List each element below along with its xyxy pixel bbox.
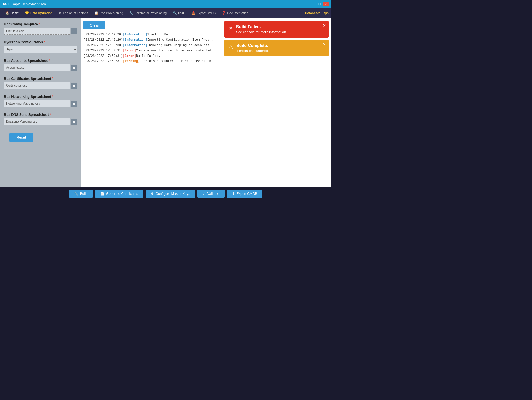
database-label: Database: xyxy=(305,11,320,15)
configure-keys-icon: ⚙ xyxy=(151,192,154,196)
export-icon: ⬇ xyxy=(232,192,235,196)
validate-icon: ✓ xyxy=(203,192,205,196)
field-dns-zone: Rps DNS Zone Spreadsheet * ✕ xyxy=(4,113,77,125)
clear-button[interactable]: Clear xyxy=(83,21,105,29)
baremetal-icon: 🔧 xyxy=(129,11,133,15)
warning-icon: ⚠ xyxy=(228,44,233,50)
nav-label-export-cmdb: Export CMDB xyxy=(197,11,216,15)
nav-label-home: Home xyxy=(10,11,19,15)
app-logo: RCT xyxy=(2,2,10,6)
close-notification-error[interactable]: ✕ xyxy=(323,23,326,28)
nav-item-legion-of-laptops[interactable]: 🖥 Legion of Laptops xyxy=(56,10,90,16)
close-notification-warning[interactable]: ✕ xyxy=(323,42,326,47)
nav-label-ipxe: iPXE xyxy=(178,11,185,15)
unit-config-clear-btn[interactable]: ✕ xyxy=(71,28,77,34)
export-cmdb-button[interactable]: ⬇ Export CMDB xyxy=(227,190,262,198)
console-area: Clear [03/28/2022 17:49:26][Information]… xyxy=(81,18,331,187)
notification-title-error: Build Failed. xyxy=(236,25,287,29)
required-star-2: * xyxy=(44,40,45,44)
nav-item-home[interactable]: 🏠 Home xyxy=(3,10,21,16)
field-input-row-certs: ✕ xyxy=(4,82,77,89)
field-input-row-networking: ✕ xyxy=(4,100,77,107)
field-unit-config: Unit Config Template * ✕ xyxy=(4,22,77,35)
nav-bar: 🏠 Home 💛 Data Hydration 🖥 Legion of Lapt… xyxy=(0,8,331,18)
field-label-certificates: Rps Certificates Spreadsheet * xyxy=(4,77,77,81)
bottom-toolbar: 🔧 Build 📄 Generate Certificates ⚙ Config… xyxy=(0,187,331,200)
nav-item-rps-provisioning[interactable]: 📋 Rps Provisioning xyxy=(92,10,126,16)
field-label-accounts: Rps Accounts Spreadsheet * xyxy=(4,59,77,63)
build-button[interactable]: 🔧 Build xyxy=(69,190,93,198)
nav-label-rps-prov: Rps Provisioning xyxy=(100,11,123,15)
validate-button[interactable]: ✓ Validate xyxy=(197,190,225,198)
export-cmdb-nav-icon: 📤 xyxy=(191,11,195,15)
close-button[interactable]: ✕ xyxy=(323,2,329,6)
field-label-unit-config: Unit Config Template * xyxy=(4,22,77,26)
notification-content-error: Build Failed. See console for more infor… xyxy=(236,25,287,34)
field-label-dns-zone: Rps DNS Zone Spreadsheet * xyxy=(4,113,77,117)
ipxe-icon: 🔧 xyxy=(173,11,177,15)
accounts-input[interactable] xyxy=(4,64,70,71)
field-accounts: Rps Accounts Spreadsheet * ✕ xyxy=(4,59,77,71)
nav-item-data-hydration[interactable]: 💛 Data Hydration xyxy=(22,10,55,16)
notification-content-warning: Build Complete. 1 errors encountered. xyxy=(236,43,269,53)
data-hydration-icon: 💛 xyxy=(25,11,29,15)
notification-subtitle-warning: 1 errors encountered. xyxy=(236,49,269,53)
required-star: * xyxy=(39,22,40,26)
hydration-config-select[interactable]: Rps xyxy=(4,46,77,53)
main-layout: Unit Config Template * ✕ Hydration Confi… xyxy=(0,18,331,187)
notification-build-failed: ✕ Build Failed. See console for more inf… xyxy=(224,21,329,38)
window-controls: — □ ✕ xyxy=(310,2,329,6)
nav-label-legion: Legion of Laptops xyxy=(63,11,88,15)
legion-icon: 🖥 xyxy=(59,11,62,15)
accounts-clear-btn[interactable]: ✕ xyxy=(71,65,77,71)
required-star-4: * xyxy=(52,77,53,81)
nav-label-documentation: Documentation xyxy=(227,11,248,15)
maximize-button[interactable]: □ xyxy=(317,2,322,6)
field-hydration-config: Hydration Configuration * Rps xyxy=(4,40,77,53)
minimize-button[interactable]: — xyxy=(310,2,316,6)
title-bar-left: RCT Rapid Deployment Tool xyxy=(2,2,47,6)
configure-keys-label: Configure Master Keys xyxy=(156,192,190,196)
nav-item-ipxe[interactable]: 🔧 iPXE xyxy=(170,10,188,16)
app-title: Rapid Deployment Tool xyxy=(12,2,47,6)
networking-input[interactable] xyxy=(4,100,70,107)
field-certificates: Rps Certificates Spreadsheet * ✕ xyxy=(4,77,77,89)
nav-item-export-cmdb[interactable]: 📤 Export CMDB xyxy=(189,10,218,16)
field-input-row-dns: ✕ xyxy=(4,118,77,125)
required-star-5: * xyxy=(52,95,53,99)
export-cmdb-label: Export CMDB xyxy=(237,192,257,196)
dns-zone-clear-btn[interactable]: ✕ xyxy=(71,119,77,125)
field-networking: Rps Networking Spreadsheet * ✕ xyxy=(4,95,77,107)
required-star-6: * xyxy=(50,113,51,117)
unit-config-input[interactable] xyxy=(4,28,70,35)
generate-certificates-button[interactable]: 📄 Generate Certificates xyxy=(95,190,143,198)
certificates-clear-btn[interactable]: ✕ xyxy=(71,83,77,89)
notifications-container: ✕ Build Failed. See console for more inf… xyxy=(224,21,329,56)
generate-certs-icon: 📄 xyxy=(100,192,104,196)
nav-label-baremetal: Baremetal Provisioning xyxy=(135,11,167,15)
nav-label-data-hydration: Data Hydration xyxy=(30,11,52,15)
validate-label: Validate xyxy=(207,192,219,196)
database-value: Rps xyxy=(323,11,329,15)
title-bar: RCT Rapid Deployment Tool — □ ✕ xyxy=(0,0,331,8)
field-input-row-accounts: ✕ xyxy=(4,64,77,71)
networking-clear-btn[interactable]: ✕ xyxy=(71,101,77,107)
build-label: Build xyxy=(80,192,88,196)
field-label-networking: Rps Networking Spreadsheet * xyxy=(4,95,77,99)
certificates-input[interactable] xyxy=(4,82,70,89)
nav-item-documentation[interactable]: ❓ Documentation xyxy=(219,10,251,16)
notification-subtitle-error: See console for more information. xyxy=(236,30,287,34)
reset-button[interactable]: Reset xyxy=(9,133,33,142)
required-star-3: * xyxy=(49,59,50,63)
nav-item-baremetal[interactable]: 🔧 Baremetal Provisioning xyxy=(127,10,169,16)
error-icon: ✕ xyxy=(228,25,233,31)
configure-master-keys-button[interactable]: ⚙ Configure Master Keys xyxy=(146,190,195,198)
notification-build-complete: ⚠ Build Complete. 1 errors encountered. … xyxy=(224,40,329,56)
field-input-row-unit-config: ✕ xyxy=(4,28,77,35)
sidebar: Unit Config Template * ✕ Hydration Confi… xyxy=(0,18,81,187)
log-line-6: [03/28/2022 17:50:31][Warning]1 errors e… xyxy=(83,59,329,64)
build-icon: 🔧 xyxy=(74,192,78,196)
dns-zone-input[interactable] xyxy=(4,118,70,125)
notification-title-warning: Build Complete. xyxy=(236,43,269,48)
rps-prov-icon: 📋 xyxy=(94,11,98,15)
